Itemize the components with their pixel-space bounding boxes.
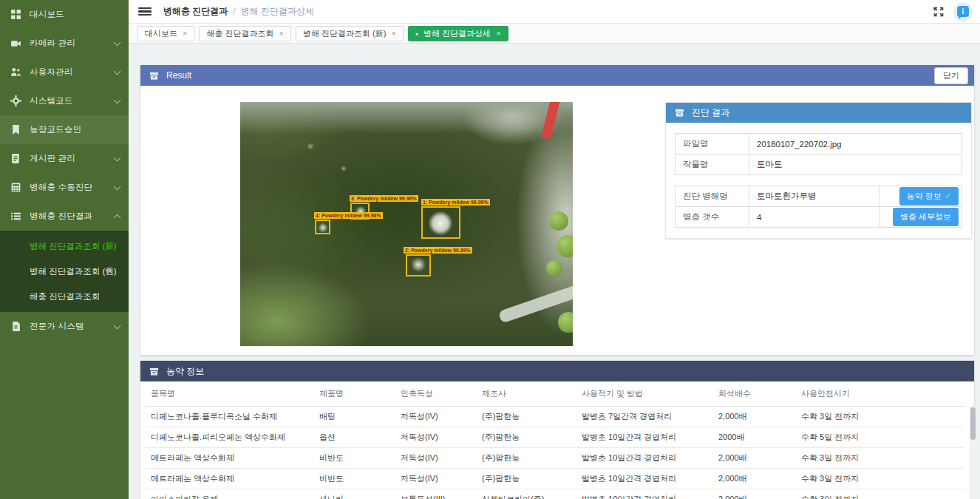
sidebar-subitem-disease-results-new[interactable]: 병해 진단결과조회 (新) — [0, 234, 129, 259]
result-panel: Result 닫기 1: Powdery mildew 99.99% 2: Po… — [140, 65, 974, 355]
tab-dashboard[interactable]: 대시보드 × — [137, 26, 194, 41]
table-cell: 수확 3일 전까지 — [795, 468, 964, 489]
table-cell: (주)팜한농 — [476, 406, 576, 427]
photo-mildew-spots — [240, 102, 573, 346]
tab-close-icon[interactable]: × — [391, 29, 395, 38]
table-scrollbar — [970, 406, 976, 499]
file-name-label: 파일명 — [676, 134, 749, 155]
table-cell: 저독성(IV) — [395, 406, 476, 427]
menu-toggle-icon[interactable] — [138, 7, 152, 16]
sidebar-item-label: 게시판 관리 — [30, 153, 115, 164]
tab-bar: 대시보드 × 해충 진단결과조회 × 병해 진단결과조회 (新) × ● 병해 … — [129, 24, 980, 44]
sidebar-subitem-disease-results-old[interactable]: 병해 진단결과조회 (舊) — [0, 259, 129, 284]
breadcrumb-page: 병해 진단결과상세 — [241, 5, 314, 18]
sidebar-item-manual-diagnosis[interactable]: 병해충 수동진단 — [0, 173, 129, 202]
tab-disease-result-detail[interactable]: ● 병해 진단결과상세 × — [408, 26, 508, 41]
fullscreen-icon[interactable] — [933, 6, 945, 18]
sidebar-item-dashboard[interactable]: 대시보드 — [0, 0, 129, 29]
sidebar-item-farm-approval[interactable]: 농장코드승인 — [0, 115, 129, 144]
file-info-table: 파일명 20180107_220702.jpg 작물명 토마토 — [675, 133, 962, 175]
tab-disease-results-new[interactable]: 병해 진단결과조회 (新) × — [296, 26, 404, 41]
table-row: 메트라페논 액상수화제 비반도 저독성(IV) (주)팜한농 발병초 10일간격… — [145, 447, 964, 468]
table-cell: 옵션 — [313, 427, 395, 447]
table-cell: 2,000배 — [712, 468, 795, 489]
tab-label: 해충 진단결과조회 — [206, 28, 273, 39]
table-cell: 배팅 — [313, 406, 395, 427]
table-row: 파일명 20180107_220702.jpg — [676, 134, 962, 155]
archive-icon — [149, 367, 159, 376]
table-cell: (주)팜한농 — [476, 447, 576, 468]
diagnosis-result-panel: 진단 결과 파일명 20180107_220702.jpg 작물명 토마토 진단… — [665, 102, 972, 239]
table-cell: 수확 3일 전까지 — [795, 447, 964, 468]
tab-close-icon[interactable]: × — [183, 29, 187, 38]
crop-name-label: 작물명 — [676, 155, 749, 175]
sidebar-item-label: 시스템코드 — [30, 95, 115, 106]
symptom-detail-button[interactable]: 병증 세부정보 — [893, 208, 959, 226]
system-code-icon — [10, 95, 21, 106]
sidebar-item-label: 농장코드승인 — [30, 124, 120, 135]
chevron-down-icon — [114, 38, 121, 46]
column-header: 희석배수 — [712, 381, 795, 406]
camera-icon — [10, 38, 21, 49]
tab-label: 대시보드 — [145, 28, 177, 39]
chevron-down-icon — [114, 322, 121, 329]
column-header: 제조사 — [476, 381, 576, 406]
sidebar-item-diagnosis-results[interactable]: 병해충 진단결과 — [0, 202, 129, 231]
table-cell: 저독성(IV) — [395, 468, 476, 489]
sidebar-item-users[interactable]: 사용자관리 — [0, 58, 129, 86]
sidebar-subitem-pest-results[interactable]: 해충 진단결과조회 — [0, 284, 129, 309]
sidebar-subitem-label: 병해 진단결과조회 (新) — [30, 241, 117, 252]
detection-box — [315, 220, 330, 234]
sidebar-item-label: 대시보드 — [30, 9, 120, 20]
sidebar-item-expert-system[interactable]: 전문가 시스템 — [0, 312, 129, 341]
sidebar-item-label: 병해충 수동진단 — [30, 182, 115, 193]
info-icon: i — [957, 6, 969, 17]
sidebar-item-label: 카메라 관리 — [30, 38, 115, 49]
breadcrumb-section: 병해충 진단결과 — [163, 5, 228, 18]
diagnosis-results-icon — [10, 211, 21, 222]
users-icon — [10, 67, 21, 78]
sidebar-subitem-label: 해충 진단결과조회 — [30, 291, 100, 302]
table-cell: 보통독성(III) — [395, 489, 476, 499]
detection-label: 2: Powdery mildew 99.99% — [404, 247, 472, 254]
table-cell: 저독성(IV) — [395, 427, 476, 447]
table-cell: 비반도 — [313, 447, 395, 468]
info-button[interactable]: i — [953, 2, 973, 21]
table-cell: 2000배 — [712, 427, 795, 447]
table-cell: 발병초 7일간격 경엽처리 — [576, 406, 712, 427]
table-row: 진단 병해명 토마토흰가루병 농약 정보✓ — [676, 186, 962, 207]
result-panel-header: Result 닫기 — [140, 65, 974, 86]
farm-approval-icon — [10, 124, 21, 135]
table-cell: 수확 3일 전까지 — [795, 406, 964, 427]
table-cell: 수확 5일 전까지 — [795, 427, 964, 447]
sidebar-item-camera[interactable]: 카메라 관리 — [0, 29, 129, 58]
tab-pest-results[interactable]: 해충 진단결과조회 × — [199, 26, 291, 41]
pesticide-info-panel: 농약 정보 품목명 제품명 인축독성 제조사 사용적기 및 방법 희 — [140, 361, 974, 499]
table-cell: 저독성(IV) — [395, 447, 476, 468]
sidebar-item-label: 사용자관리 — [30, 67, 115, 78]
tab-label: 병해 진단결과조회 (新) — [303, 28, 386, 39]
disease-name-label: 진단 병해명 — [676, 186, 749, 207]
detection-label: 3: Powdery mildew 99.98% — [350, 195, 418, 202]
sidebar-subitem-label: 병해 진단결과조회 (舊) — [30, 266, 117, 277]
table-cell: 아이소피라잠 유제 — [145, 489, 313, 499]
tab-label: 병해 진단결과상세 — [423, 28, 491, 39]
close-button[interactable]: 닫기 — [934, 67, 968, 84]
diagnosis-panel-title: 진단 결과 — [692, 106, 729, 119]
result-panel-title: Result — [166, 70, 191, 81]
pesticide-info-button[interactable]: 농약 정보✓ — [899, 187, 959, 206]
tab-close-icon[interactable]: × — [496, 29, 500, 38]
archive-icon — [675, 108, 684, 118]
table-cell: 2,000배 — [712, 406, 795, 427]
chevron-down-icon — [114, 183, 121, 190]
scrollbar-thumb[interactable] — [970, 407, 976, 440]
table-cell: 발병초 10일간격 경엽처리 — [576, 447, 712, 468]
file-name-value: 20180107_220702.jpg — [749, 134, 962, 155]
tab-close-icon[interactable]: × — [279, 29, 284, 38]
table-cell: 비반도 — [313, 468, 395, 489]
sidebar-item-board[interactable]: 게시판 관리 — [0, 144, 129, 173]
archive-icon — [149, 71, 159, 81]
sidebar-item-system-code[interactable]: 시스템코드 — [0, 86, 129, 115]
crop-name-value: 토마토 — [749, 155, 962, 175]
table-cell: 디페노코나졸.피리오페논 액상수화제 — [145, 427, 313, 447]
